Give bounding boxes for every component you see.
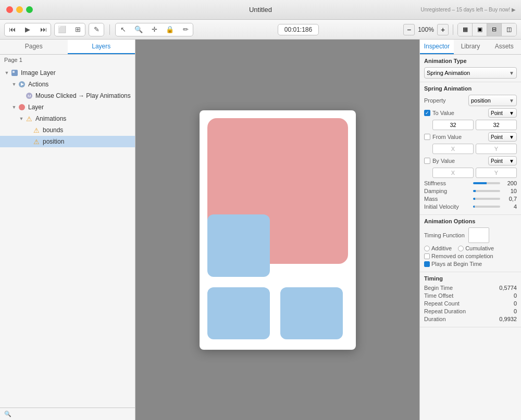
page-label: Page 1 bbox=[0, 55, 135, 65]
duration-value[interactable]: 0,9932 bbox=[474, 316, 517, 322]
position-icon: ⚠ bbox=[32, 137, 41, 146]
sep2 bbox=[453, 24, 453, 35]
edit-button[interactable]: ✎ bbox=[89, 23, 104, 36]
to-value-row: To Value Point ▼ bbox=[424, 108, 517, 118]
blue-shape-bottom-right[interactable] bbox=[280, 287, 343, 339]
point-arrow: ▼ bbox=[509, 134, 514, 140]
removed-checkbox[interactable] bbox=[424, 253, 430, 259]
tree-item-actions[interactable]: Actions bbox=[0, 79, 135, 90]
tree-item-image-layer[interactable]: Image Layer bbox=[0, 67, 135, 79]
cumulative-radio[interactable] bbox=[458, 246, 464, 251]
zoom-out-button[interactable]: − bbox=[403, 24, 415, 35]
begin-time-value[interactable]: 0,5774 bbox=[474, 285, 517, 291]
transport-controls: ⏮ ▶ ⏭ bbox=[4, 23, 51, 36]
tree-item-mouse-clicked[interactable]: M Mouse Clicked → Play Animations bbox=[0, 90, 135, 101]
layer-icon bbox=[18, 103, 26, 111]
view-btn-2[interactable]: ▣ bbox=[473, 23, 487, 36]
from-value-x[interactable]: X bbox=[432, 144, 474, 154]
initial-velocity-slider[interactable] bbox=[473, 206, 500, 208]
expand-arrow[interactable] bbox=[10, 104, 18, 111]
property-select[interactable]: position ▼ bbox=[468, 95, 517, 106]
repeat-duration-label: Repeat Duration bbox=[424, 308, 474, 314]
zoom-in-button[interactable]: + bbox=[437, 24, 449, 35]
time-offset-value[interactable]: 0 bbox=[474, 292, 517, 299]
tree-item-position[interactable]: ⚠ position bbox=[0, 136, 135, 147]
plays-option[interactable]: Plays at Begin Time bbox=[424, 261, 517, 267]
stiffness-slider[interactable] bbox=[473, 182, 500, 184]
repeat-count-value[interactable]: 0 bbox=[474, 300, 517, 307]
expand-arrow[interactable] bbox=[18, 115, 25, 122]
damping-slider[interactable] bbox=[473, 190, 500, 192]
tree-item-layer[interactable]: Layer bbox=[0, 101, 135, 113]
canvas-area[interactable] bbox=[135, 40, 419, 420]
by-value-y[interactable]: Y bbox=[476, 168, 517, 178]
plays-checkbox[interactable] bbox=[424, 261, 430, 267]
notice-text[interactable]: Unregistered – 15 days left – Buy now! ▶ bbox=[420, 7, 516, 12]
dropdown-arrow: ▼ bbox=[509, 98, 514, 104]
search-icon[interactable]: 🔍 bbox=[4, 411, 11, 417]
grid-view-button[interactable]: ⊞ bbox=[70, 23, 85, 36]
tab-layers[interactable]: Layers bbox=[68, 40, 135, 54]
skip-forward-button[interactable]: ⏭ bbox=[36, 23, 51, 36]
view-btn-1[interactable]: ▦ bbox=[458, 23, 473, 36]
from-value-checkbox[interactable] bbox=[424, 134, 430, 140]
by-value-point-select[interactable]: Point ▼ bbox=[488, 156, 517, 166]
timing-function-row: Timing Function bbox=[424, 227, 517, 243]
hand-tool[interactable]: ✛ bbox=[147, 23, 162, 36]
tab-pages[interactable]: Pages bbox=[0, 40, 68, 54]
lock-tool[interactable]: 🔒 bbox=[163, 23, 177, 36]
animation-type-select[interactable]: Spring Animation ▼ bbox=[424, 67, 517, 79]
from-value-point-select[interactable]: Point ▼ bbox=[488, 132, 517, 142]
option-row-1: Additive Cumulative bbox=[424, 245, 517, 251]
blue-shape-bottom-left[interactable] bbox=[207, 287, 270, 339]
maximize-button[interactable] bbox=[26, 6, 33, 13]
tree-label: Image Layer bbox=[21, 69, 56, 77]
blue-shape-small[interactable] bbox=[207, 214, 270, 277]
tree-item-animations[interactable]: ⚠ Animations bbox=[0, 113, 135, 124]
timing-function-box[interactable] bbox=[468, 227, 489, 243]
to-value-checkbox[interactable] bbox=[424, 110, 430, 116]
skip-back-button[interactable]: ⏮ bbox=[5, 23, 19, 36]
removed-option[interactable]: Removed on completion bbox=[424, 253, 517, 259]
close-button[interactable] bbox=[6, 6, 13, 13]
select-tool[interactable]: ↖ bbox=[116, 23, 130, 36]
main-layout: Pages Layers Page 1 Image Layer A bbox=[0, 40, 521, 420]
repeat-duration-value[interactable]: 0 bbox=[474, 308, 517, 314]
zoom-tool[interactable]: 🔍 bbox=[131, 23, 146, 36]
initial-velocity-label: Initial Velocity bbox=[424, 203, 471, 210]
from-value-y[interactable]: Y bbox=[476, 144, 517, 154]
to-value-y[interactable]: 32 bbox=[476, 120, 517, 130]
expand-arrow[interactable] bbox=[3, 69, 10, 77]
tab-library[interactable]: Library bbox=[454, 40, 488, 54]
tab-inspector[interactable]: Inspector bbox=[420, 40, 454, 54]
view-btn-4[interactable]: ◫ bbox=[502, 23, 516, 36]
cumulative-option[interactable]: Cumulative bbox=[458, 245, 494, 251]
pen-tool[interactable]: ✏ bbox=[178, 23, 193, 36]
additive-radio[interactable] bbox=[424, 246, 430, 251]
tree-label: position bbox=[43, 138, 64, 145]
tree-item-bounds[interactable]: ⚠ bounds bbox=[0, 124, 135, 136]
by-value-x[interactable]: X bbox=[432, 168, 474, 178]
additive-option[interactable]: Additive bbox=[424, 245, 452, 251]
initial-velocity-value: 4 bbox=[502, 203, 517, 210]
mass-label: Mass bbox=[424, 196, 471, 202]
expand-arrow[interactable] bbox=[10, 81, 18, 88]
to-value-label: To Value bbox=[432, 110, 488, 116]
section-title-animation-type: Animation Type bbox=[424, 58, 517, 64]
by-value-checkbox[interactable] bbox=[424, 158, 430, 164]
section-title-timing: Timing bbox=[424, 275, 517, 282]
to-value-point-select[interactable]: Point ▼ bbox=[488, 108, 517, 118]
play-button[interactable]: ▶ bbox=[20, 23, 35, 36]
view-btn-3[interactable]: ⊟ bbox=[487, 23, 502, 36]
separator bbox=[109, 24, 110, 35]
mass-slider[interactable] bbox=[473, 198, 500, 200]
property-value: position bbox=[471, 97, 491, 104]
frame-view-button[interactable]: ⬜ bbox=[55, 23, 69, 36]
from-value-row: From Value Point ▼ bbox=[424, 132, 517, 142]
to-value-x[interactable]: 32 bbox=[432, 120, 474, 130]
panel-tabs: Pages Layers bbox=[0, 40, 135, 55]
additive-label: Additive bbox=[431, 245, 452, 251]
minimize-button[interactable] bbox=[16, 6, 23, 13]
inspector-content: Animation Type Spring Animation ▼ Spring… bbox=[420, 55, 521, 420]
tab-assets[interactable]: Assets bbox=[487, 40, 521, 54]
